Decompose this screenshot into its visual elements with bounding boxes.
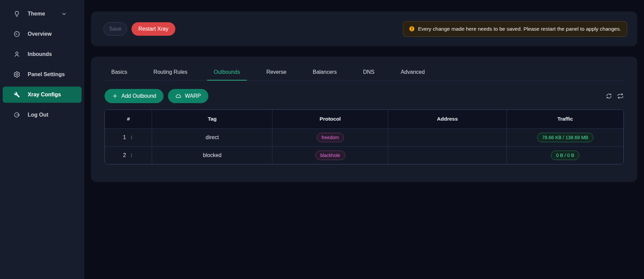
row-number: 1: [123, 134, 126, 141]
col-header-traffic: Traffic: [507, 110, 623, 128]
col-header-num: #: [105, 110, 152, 128]
tab-outbounds[interactable]: Outbounds: [207, 69, 247, 81]
bulb-icon: [13, 10, 20, 17]
sidebar-item-label: Overview: [28, 31, 52, 37]
alert-text: Every change made here needs to be saved…: [418, 26, 621, 32]
logout-icon: [13, 112, 20, 118]
plus-icon: [112, 93, 118, 99]
traffic-badge: 78.66 KB / 138.69 MB: [537, 133, 593, 142]
table-tools: [606, 93, 624, 99]
app-root: Theme Overview Inbounds Panel Settings: [0, 0, 644, 279]
col-header-protocol: Protocol: [272, 110, 388, 128]
tab-basics[interactable]: Basics: [105, 69, 134, 81]
sidebar-item-log-out[interactable]: Log Out: [3, 107, 82, 123]
tab-reverse[interactable]: Reverse: [260, 69, 293, 81]
sidebar-item-theme[interactable]: Theme: [3, 6, 82, 22]
sidebar-item-label: Theme: [28, 11, 45, 17]
sidebar-item-label: Log Out: [28, 112, 48, 118]
chevron-down-icon: [61, 10, 67, 17]
sidebar-item-inbounds[interactable]: Inbounds: [3, 46, 82, 62]
tab-dns[interactable]: DNS: [356, 69, 381, 81]
refresh-icon[interactable]: [606, 93, 612, 99]
row-number: 2: [123, 152, 126, 158]
main-content: Save Restart Xray Every change made here…: [84, 0, 644, 279]
sidebar-item-xray-configs[interactable]: Xray Configs: [3, 87, 82, 103]
unsaved-changes-alert: Every change made here needs to be saved…: [403, 21, 627, 37]
xray-config-card: Basics Routing Rules Outbounds Reverse B…: [91, 57, 637, 182]
restart-xray-button[interactable]: Restart Xray: [131, 22, 175, 36]
sidebar-item-label: Panel Settings: [28, 71, 65, 78]
user-icon: [13, 51, 20, 58]
config-tabs: Basics Routing Rules Outbounds Reverse B…: [105, 57, 624, 81]
wrench-icon: [13, 91, 20, 98]
tab-routing-rules[interactable]: Routing Rules: [147, 69, 194, 81]
protocol-badge: blackhole: [315, 151, 345, 160]
sidebar-item-label: Inbounds: [28, 51, 52, 57]
sidebar: Theme Overview Inbounds Panel Settings: [0, 0, 84, 279]
address-cell: [388, 128, 507, 146]
sidebar-item-panel-settings[interactable]: Panel Settings: [3, 66, 82, 83]
save-button[interactable]: Save: [104, 22, 127, 36]
address-cell: [388, 146, 507, 164]
warp-label: WARP: [185, 93, 201, 99]
sidebar-item-label: Xray Configs: [28, 92, 61, 98]
row-menu-icon[interactable]: [129, 152, 134, 158]
table-row: 2 blocked blackhole 0 B / 0 B: [105, 146, 623, 164]
toolbar-card: Save Restart Xray Every change made here…: [91, 11, 637, 46]
outbounds-table: # Tag Protocol Address Traffic 1: [105, 110, 624, 164]
cloud-icon: [175, 93, 181, 99]
tag-cell: blocked: [152, 146, 272, 164]
tag-cell: direct: [152, 128, 272, 146]
col-header-address: Address: [388, 110, 507, 128]
warp-button[interactable]: WARP: [168, 89, 208, 103]
add-outbound-label: Add Outbound: [121, 93, 156, 99]
warning-icon: [409, 26, 415, 32]
actions-row: Add Outbound WARP: [105, 89, 624, 103]
repeat-icon[interactable]: [617, 93, 624, 99]
tab-advanced[interactable]: Advanced: [394, 69, 431, 81]
traffic-badge: 0 B / 0 B: [551, 151, 579, 160]
protocol-badge: freedom: [317, 133, 344, 142]
col-header-tag: Tag: [152, 110, 272, 128]
dashboard-icon: [13, 31, 20, 37]
gear-icon: [13, 71, 20, 78]
row-menu-icon[interactable]: [129, 134, 134, 141]
add-outbound-button[interactable]: Add Outbound: [105, 89, 164, 103]
tab-balancers[interactable]: Balancers: [306, 69, 343, 81]
sidebar-item-overview[interactable]: Overview: [3, 26, 82, 42]
table-row: 1 direct freedom 78.66 KB / 138.69 MB: [105, 128, 623, 146]
table-header-row: # Tag Protocol Address Traffic: [105, 110, 623, 128]
